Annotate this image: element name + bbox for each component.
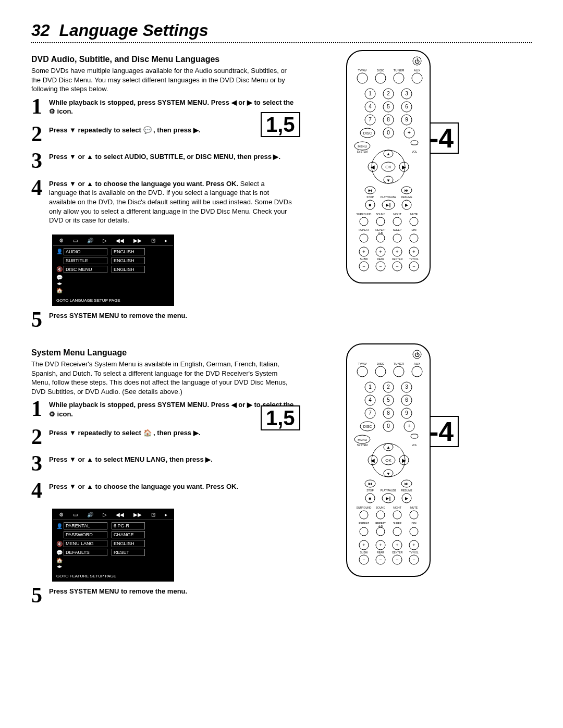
step: 2 Press ▼ repeatedly to select 💬 , then … bbox=[31, 126, 297, 143]
step-text: Press ▼ or ▲ to select AUDIO, SUBTITLE, … bbox=[49, 152, 280, 162]
svg-text:+: + bbox=[362, 542, 365, 548]
svg-text:REAR: REAR bbox=[377, 551, 384, 554]
svg-text:RESUME: RESUME bbox=[401, 195, 412, 199]
svg-text:−: − bbox=[412, 557, 415, 562]
step-text: Press ▼ or ▲ to choose the language you … bbox=[49, 179, 294, 225]
svg-text:▼: ▼ bbox=[386, 178, 390, 183]
svg-text:▲: ▲ bbox=[386, 152, 390, 156]
svg-text:+: + bbox=[379, 542, 382, 548]
svg-text:PLAY/PAUSE: PLAY/PAUSE bbox=[381, 195, 397, 199]
svg-text:▲: ▲ bbox=[386, 445, 390, 450]
osd-tab-icon: ⚙ bbox=[59, 238, 64, 243]
step-number: 5 bbox=[31, 587, 49, 604]
svg-text:⏻: ⏻ bbox=[414, 58, 420, 64]
step: 2 Press ▼ repeatedly to select 🏠 , then … bbox=[31, 428, 297, 446]
svg-text:▼: ▼ bbox=[386, 472, 390, 476]
svg-text:1: 1 bbox=[369, 384, 372, 390]
svg-text:1: 1 bbox=[369, 91, 372, 96]
osd-value: ENGLISH bbox=[112, 257, 145, 264]
osd-tab-icon: ▭ bbox=[73, 238, 78, 243]
svg-text:STOP: STOP bbox=[366, 195, 374, 199]
svg-text:VOL: VOL bbox=[412, 443, 417, 447]
step: 3 Press ▼ or ▲ to select MENU LANG, then… bbox=[31, 455, 297, 473]
osd-item: AUDIO bbox=[64, 248, 107, 255]
svg-text:⏭: ⏭ bbox=[405, 188, 409, 193]
svg-text:▶: ▶ bbox=[405, 203, 409, 207]
osd-value: 6 PG-R bbox=[112, 522, 145, 529]
svg-text:9: 9 bbox=[405, 410, 408, 416]
remote-callouts: 1,5 bbox=[261, 112, 300, 137]
svg-text:◀: ◀ bbox=[371, 458, 375, 463]
step-text: Press ▼ or ▲ to select MENU LANG, then p… bbox=[49, 455, 213, 464]
svg-text:−: − bbox=[379, 264, 382, 269]
step: 4 Press ▼ or ▲ to choose the language yo… bbox=[31, 482, 297, 500]
osd-tab-icon: ◀◀ bbox=[116, 238, 124, 243]
osd-item: MENU LANG bbox=[64, 540, 107, 547]
svg-text:■: ■ bbox=[369, 496, 372, 501]
step: 5 Press SYSTEM MENU to remove the menu. bbox=[31, 311, 297, 329]
step: 5 Press SYSTEM MENU to remove the menu. bbox=[31, 587, 297, 604]
svg-text:DIM: DIM bbox=[411, 228, 416, 231]
osd-tab-icon: ▷ bbox=[103, 238, 107, 243]
svg-text:⏮: ⏮ bbox=[368, 188, 372, 193]
step-number: 3 bbox=[31, 152, 49, 170]
svg-text:TV VOL: TV VOL bbox=[409, 257, 419, 261]
svg-text:4: 4 bbox=[369, 397, 372, 403]
osd-tab-icon: ▸ bbox=[165, 238, 167, 243]
callout-1-5: 1,5 bbox=[261, 112, 300, 137]
step: 4 Press ▼ or ▲ to choose the language yo… bbox=[31, 179, 297, 225]
svg-text:−: − bbox=[396, 557, 398, 562]
svg-text:+: + bbox=[396, 249, 398, 254]
osd-value: ENGLISH bbox=[112, 266, 145, 273]
page-number: 32 bbox=[31, 21, 50, 40]
osd-tab-icon: ▶▶ bbox=[133, 238, 142, 243]
svg-text:▶: ▶ bbox=[405, 496, 409, 501]
svg-text:−: − bbox=[412, 264, 415, 269]
svg-text:+: + bbox=[408, 423, 411, 429]
step-text: Press ▼ or ▲ to choose the language you … bbox=[49, 482, 238, 491]
svg-text:▶‖: ▶‖ bbox=[386, 203, 391, 207]
svg-text:+: + bbox=[379, 249, 382, 254]
svg-text:2: 2 bbox=[387, 384, 390, 390]
step-text: Press SYSTEM MENU to remove the menu. bbox=[49, 311, 187, 320]
svg-text:SUBW: SUBW bbox=[360, 257, 368, 261]
svg-text:SOUND: SOUND bbox=[376, 213, 385, 216]
svg-text:OK: OK bbox=[385, 458, 391, 463]
svg-text:◀: ◀ bbox=[371, 164, 375, 170]
svg-text:AUX: AUX bbox=[414, 362, 420, 365]
remote-control-diagram: ⏻ TV/AV DISC TUNER AUX 1 2 3 4 5 6 bbox=[344, 50, 433, 286]
svg-text:+: + bbox=[396, 542, 398, 548]
step-number: 5 bbox=[31, 311, 49, 329]
svg-text:▶: ▶ bbox=[402, 164, 406, 170]
svg-text:+: + bbox=[412, 249, 415, 254]
svg-text:⏭: ⏭ bbox=[405, 482, 409, 486]
svg-text:−: − bbox=[362, 557, 365, 562]
svg-text:▶‖: ▶‖ bbox=[386, 496, 391, 501]
osd-tab-icon: 🔊 bbox=[87, 238, 93, 243]
remote-callouts: 1,5 bbox=[261, 405, 300, 430]
svg-text:SOUND: SOUND bbox=[376, 506, 385, 509]
svg-text:5: 5 bbox=[387, 397, 390, 403]
svg-text:MENU: MENU bbox=[358, 145, 367, 148]
svg-text:PLAY/PAUSE: PLAY/PAUSE bbox=[381, 489, 397, 492]
svg-text:DIM: DIM bbox=[411, 522, 416, 525]
svg-text:SYSTEM: SYSTEM bbox=[357, 443, 368, 447]
svg-text:VOL: VOL bbox=[412, 150, 417, 153]
title-rule bbox=[31, 42, 532, 43]
osd-tab-icon: ⊡ bbox=[151, 238, 155, 243]
svg-text:3: 3 bbox=[405, 384, 408, 390]
step-number: 1 bbox=[31, 98, 49, 116]
step-number: 4 bbox=[31, 482, 49, 500]
step-text: While playback is stopped, press SYSTEM … bbox=[49, 98, 294, 116]
step-number: 2 bbox=[31, 126, 49, 143]
remote-control-diagram: ⏻ TV/AV DISC TUNER AUX 1 2 3 4 5 6 7 8 9… bbox=[344, 343, 433, 579]
osd-item: PASSWORD bbox=[64, 531, 107, 538]
svg-text:▶: ▶ bbox=[402, 458, 406, 463]
step-text: Press ▼ repeatedly to select 🏠 , then pr… bbox=[49, 428, 200, 438]
svg-text:TV VOL: TV VOL bbox=[409, 551, 419, 554]
svg-text:RESUME: RESUME bbox=[401, 489, 412, 492]
svg-text:⏻: ⏻ bbox=[414, 352, 420, 357]
svg-text:9: 9 bbox=[405, 117, 408, 122]
svg-text:7: 7 bbox=[369, 117, 372, 122]
step-number: 3 bbox=[31, 455, 49, 473]
